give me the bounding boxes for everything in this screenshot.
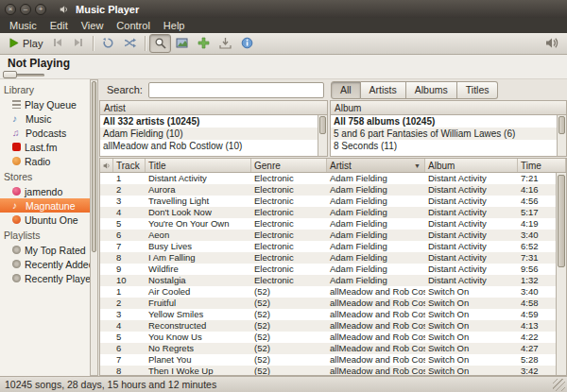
menu-view[interactable]: View [75,19,111,32]
sidebar-item-recently-played[interactable]: Recently Played [0,271,90,285]
previous-button[interactable] [47,34,68,53]
play-button[interactable]: Play [3,34,47,53]
import-button[interactable] [215,34,236,53]
track-row[interactable]: 1Distant ActivityElectronicAdam Fielding… [100,173,556,184]
volume-button[interactable] [541,34,564,53]
track-row[interactable]: 2Fruitful(52)allMeadow and Rob CostlowSw… [100,298,556,309]
track-genre: (52) [251,354,327,366]
title-bar: × – + Music Player [0,0,567,18]
info-button[interactable] [236,34,258,53]
tracklist-scrollbar[interactable] [556,173,566,375]
sidebar-item-music[interactable]: Music [0,111,90,126]
resize-grip[interactable] [553,379,565,391]
menu-edit[interactable]: Edit [43,19,75,32]
album-scrollbar-handle[interactable] [558,116,565,134]
track-row[interactable]: 9WildfireElectronicAdam FieldingDistant … [100,264,556,275]
filter-artists[interactable]: Artists [361,81,406,99]
browse-button[interactable] [149,34,171,53]
sidebar-item-play-queue[interactable]: Play Queue [0,97,90,111]
album-row[interactable]: All 758 albums (10245) [331,115,557,128]
artist-browser-scrollbar[interactable] [318,115,327,156]
album-row[interactable]: 8 Seconds (11) [331,140,557,152]
minimize-button[interactable]: – [20,4,31,15]
sidebar-item-label: Ubuntu One [25,214,78,226]
now-playing-column-header[interactable] [100,159,113,172]
track-row[interactable]: 6AeonElectronicAdam FieldingDistant Acti… [100,230,556,241]
album-browser-scrollbar[interactable] [557,115,566,156]
track-number: 7 [113,241,146,252]
track-row[interactable]: 1Air Cooled(52)allMeadow and Rob Costlow… [100,286,556,298]
sidebar-item-last-fm[interactable]: Last.fm [0,140,90,154]
track-row[interactable]: 5You Know Us(52)allMeadow and Rob Costlo… [100,332,556,343]
sidebar-scrollbar[interactable] [90,79,98,376]
album-row[interactable]: 5 and 6 part Fantasies of William Lawes … [331,128,557,140]
track-row[interactable]: 3Yellow Smiles(52)allMeadow and Rob Cost… [100,309,556,320]
tracklist-scrollbar-handle[interactable] [558,175,565,267]
artist-row[interactable]: allMeadow and Rob Costlow (10) [100,140,318,152]
track-title: Then I Woke Up [146,366,251,375]
track-album: Distant Activity [425,184,518,196]
repeat-button[interactable] [97,34,119,53]
search-input[interactable] [148,82,324,98]
track-row[interactable]: 4Reconstructed(52)allMeadow and Rob Cost… [100,320,556,332]
column-header-time[interactable]: Time [518,159,566,172]
column-header-title[interactable]: Title [146,159,251,172]
track-row[interactable]: 3Travelling LightElectronicAdam Fielding… [100,196,556,207]
track-row[interactable]: 8Then I Woke Up(52)allMeadow and Rob Cos… [100,366,556,375]
track-row[interactable]: 8I Am FallingElectronicAdam FieldingDist… [100,252,556,264]
album-browser-rows: All 758 albums (10245)5 and 6 part Fanta… [331,115,557,156]
sidebar-scrollbar-handle[interactable] [92,81,96,252]
now-playing-cell [100,252,113,264]
menu-control[interactable]: Control [110,19,156,32]
status-bar: 10245 songs, 28 days, 15 hours and 12 mi… [0,376,567,392]
sidebar-item-radio[interactable]: Radio [0,154,90,168]
artist-row[interactable]: Adam Fielding (10) [100,128,318,140]
sidebar-item-label: Radio [25,156,50,167]
track-row[interactable]: 4Don't Look NowElectronicAdam FieldingDi… [100,207,556,218]
column-header-album[interactable]: Album [425,159,518,172]
track-row[interactable]: 10NostalgiaElectronicAdam FieldingDistan… [100,275,556,286]
artist-row[interactable]: All 332 artists (10245) [100,115,318,128]
toolbar-separator [93,36,94,51]
column-header-genre[interactable]: Genre [251,159,327,172]
menu-help[interactable]: Help [157,19,192,32]
album-browser: Album All 758 albums (10245)5 and 6 part… [330,100,567,157]
artist-scrollbar-handle[interactable] [319,116,326,134]
filter-all[interactable]: All [331,81,361,99]
close-button[interactable]: × [5,4,16,15]
visualizer-button[interactable] [171,34,193,53]
add-button[interactable] [193,34,215,53]
track-row[interactable]: 5You're On Your OwnElectronicAdam Fieldi… [100,218,556,230]
music-icon [12,114,22,124]
track-number: 8 [113,252,146,264]
column-header-artist[interactable]: Artist▼ [327,159,425,172]
shuffle-button[interactable] [119,34,141,53]
column-label: Title [148,161,166,171]
maximize-button[interactable]: + [35,4,46,15]
sidebar-item-podcasts[interactable]: Podcasts [0,126,90,140]
column-header-track[interactable]: Track [113,159,146,172]
artist-column-header[interactable]: Artist [100,101,327,115]
track-row[interactable]: 6No Regrets(52)allMeadow and Rob Costlow… [100,343,556,354]
sidebar-item-ubuntu-one[interactable]: Ubuntu One [0,213,90,227]
track-number: 6 [113,343,146,354]
track-row[interactable]: 7Busy LivesElectronicAdam FieldingDistan… [100,241,556,252]
track-title: Wildfire [146,264,251,275]
menu-music[interactable]: Music [3,19,43,32]
album-column-header[interactable]: Album [331,101,566,115]
sidebar-item-recently-added[interactable]: Recently Added [0,257,90,271]
ubuntuone-icon [12,215,21,224]
filter-titles[interactable]: Titles [457,81,499,99]
seek-handle[interactable] [3,71,17,78]
track-number: 7 [113,354,146,366]
sidebar-item-magnatune[interactable]: Magnatune [0,198,90,213]
track-row[interactable]: 7Planet You(52)allMeadow and Rob Costlow… [100,354,556,366]
seek-slider[interactable] [3,71,44,78]
next-button[interactable] [68,34,89,53]
sidebar-item-jamendo[interactable]: jamendo [0,184,90,198]
sidebar-item-my-top-rated[interactable]: My Top Rated [0,243,90,257]
track-row[interactable]: 2AuroraElectronicAdam FieldingDistant Ac… [100,184,556,196]
track-artist: Adam Fielding [327,275,425,286]
column-label: Genre [254,161,281,171]
filter-albums[interactable]: Albums [406,81,457,99]
